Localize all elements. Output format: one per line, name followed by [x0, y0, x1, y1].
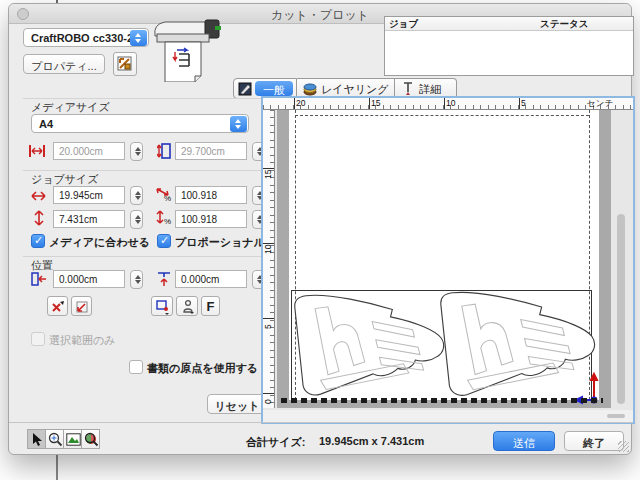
scale-width-icon: % — [155, 186, 172, 201]
rotate-orientation-button[interactable] — [176, 296, 198, 316]
fit-zoom-icon — [84, 432, 99, 447]
scale-width-field[interactable]: 100.918 — [175, 186, 247, 204]
media-size-label: メディアサイズ — [31, 100, 110, 115]
layering-tab-label: レイヤリング — [321, 79, 389, 97]
job-queue-header: ジョブ ステータス — [385, 17, 633, 31]
position-x-stepper[interactable] — [130, 270, 143, 289]
job-column-header: ジョブ — [389, 18, 418, 31]
svg-text:%: % — [164, 217, 171, 226]
resize-grip[interactable] — [618, 441, 629, 452]
zoom-icon — [48, 432, 63, 447]
selection-only-label: 選択範囲のみ — [49, 333, 116, 348]
vertical-scrollbar[interactable] — [617, 214, 625, 404]
position-x-field[interactable]: 0.000cm — [53, 270, 125, 288]
preview-image-button[interactable] — [63, 429, 82, 449]
image-icon — [66, 433, 81, 446]
fit-to-media-label: メディアに合わせる — [49, 235, 150, 250]
job-height-icon — [33, 210, 45, 226]
interactive-move-icon — [51, 300, 65, 314]
position-x-icon — [31, 272, 47, 286]
media-height-field[interactable]: 29.700cm — [175, 142, 247, 160]
cut-preview-shapes — [263, 98, 633, 422]
properties-button[interactable]: プロパティ... — [23, 54, 105, 74]
job-width-field[interactable]: 19.945cm — [53, 186, 125, 204]
use-document-origin-label: 書類の原点を使用する — [147, 361, 258, 376]
cursor-icon — [32, 433, 43, 446]
job-width-stepper[interactable] — [130, 186, 143, 205]
mirror-button[interactable]: F — [201, 296, 220, 316]
rotate-orientation-icon — [181, 299, 196, 315]
media-width-icon — [29, 144, 45, 158]
svg-text:%: % — [164, 194, 171, 201]
registration-mark-button[interactable] — [113, 52, 137, 76]
job-queue-list[interactable]: ジョブ ステータス — [384, 16, 634, 76]
move-to-origin-button[interactable] — [71, 296, 92, 316]
job-height-field[interactable]: 7.431cm — [53, 210, 125, 228]
proportional-checkbox[interactable] — [157, 234, 171, 248]
job-width-icon — [31, 190, 46, 202]
move-to-origin-icon — [75, 300, 89, 314]
total-size-value: 19.945cm x 7.431cm — [319, 435, 424, 447]
interactive-move-button[interactable] — [47, 296, 68, 316]
printer-illustration — [149, 16, 223, 82]
printer-select-stepper-icon — [130, 30, 147, 46]
media-width-stepper[interactable] — [130, 142, 143, 161]
total-size-label: 合計サイズ: — [246, 435, 305, 450]
send-button[interactable]: 送信 — [493, 431, 555, 451]
detail-tab-icon — [401, 82, 415, 96]
cut-plot-window: カット・プロット CraftROBO cc330-2... プロパティ... ジ… — [8, 3, 632, 455]
select-tool-button[interactable] — [27, 429, 46, 449]
printer-select[interactable]: CraftROBO cc330-2... — [23, 28, 149, 47]
horizontal-scrollbar[interactable] — [607, 414, 625, 418]
media-cut-edge — [281, 398, 603, 403]
media-preset-stepper-icon — [230, 116, 247, 132]
registration-mark-icon — [117, 56, 133, 72]
fit-zoom-button[interactable] — [81, 429, 100, 449]
cut-shape-1 — [295, 295, 444, 395]
horizontal-scrollbar-track[interactable] — [263, 410, 633, 422]
media-preset-value: A4 — [39, 118, 53, 130]
anchor-point-button[interactable] — [151, 296, 173, 316]
callout-line-bottom — [56, 455, 58, 480]
scale-height-field[interactable]: 100.918 — [175, 210, 247, 228]
status-column-header: ステータス — [540, 18, 588, 31]
cut-shape-2 — [441, 292, 595, 395]
proportional-label: プロポーショナル — [175, 235, 265, 250]
use-document-origin-checkbox[interactable] — [129, 360, 143, 374]
printer-select-value: CraftROBO cc330-2... — [31, 32, 142, 44]
general-tab-label: 一般 — [255, 81, 293, 96]
position-y-field[interactable]: 0.000cm — [175, 270, 247, 288]
media-width-field[interactable]: 20.000cm — [53, 142, 125, 160]
detail-tab-label: 詳細 — [419, 79, 441, 97]
reset-button[interactable]: リセット — [207, 394, 267, 414]
selection-only-checkbox — [31, 332, 45, 346]
media-preset-select[interactable]: A4 — [31, 114, 249, 133]
media-height-icon — [157, 143, 171, 159]
position-label: 位置 — [31, 258, 53, 273]
layering-tab-icon — [303, 82, 317, 96]
quit-button[interactable]: 終了 — [564, 431, 624, 451]
general-tab-icon — [238, 82, 252, 96]
job-size-label: ジョブサイズ — [31, 172, 99, 187]
plot-preview-panel[interactable]: 20 15 10 5 センチ 15 10 5 0 — [261, 96, 635, 424]
anchor-point-icon — [155, 299, 171, 315]
fit-to-media-checkbox[interactable] — [31, 234, 45, 248]
job-height-stepper[interactable] — [130, 210, 143, 229]
position-y-icon — [157, 271, 171, 287]
zoom-tool-button[interactable] — [45, 429, 64, 449]
scale-height-icon: % — [155, 210, 172, 226]
